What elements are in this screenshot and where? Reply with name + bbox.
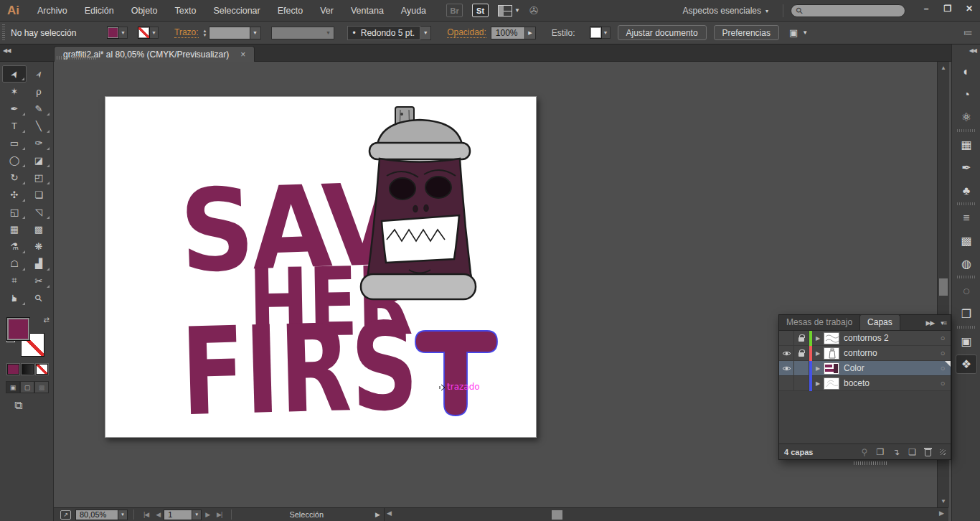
- restore-button[interactable]: ❐: [937, 0, 958, 17]
- stroke-color-control[interactable]: ▼: [138, 27, 159, 39]
- menu-edicion[interactable]: Edición: [76, 0, 123, 22]
- tool-pen[interactable]: ✒: [2, 100, 27, 117]
- expand-icon[interactable]: ▶: [812, 350, 824, 357]
- tool-blend[interactable]: ❋: [27, 238, 51, 255]
- style-swatch[interactable]: [590, 27, 602, 39]
- menu-ventana[interactable]: Ventana: [342, 0, 392, 22]
- tool-eraser[interactable]: ◪: [27, 151, 51, 169]
- menu-archivo[interactable]: Archivo: [29, 0, 76, 22]
- tool-paintbrush[interactable]: ✑: [27, 134, 51, 151]
- dock-grip[interactable]: [957, 326, 976, 329]
- symbols-panel-icon[interactable]: ♣: [956, 181, 977, 200]
- target-icon[interactable]: ○: [935, 364, 951, 372]
- layer-row-boceto[interactable]: ▶ boceto ○: [779, 376, 951, 391]
- menu-texto[interactable]: Texto: [166, 0, 205, 22]
- delete-layer-icon[interactable]: [925, 449, 931, 456]
- last-artboard-icon[interactable]: ▶|: [217, 511, 222, 518]
- tool-slice[interactable]: ✂: [27, 272, 51, 289]
- artboard[interactable]: SAVE HER FIRS: [105, 96, 537, 438]
- menu-efecto[interactable]: Efecto: [269, 0, 311, 22]
- collapse-panel-icon[interactable]: ▶▶: [925, 319, 934, 327]
- tool-column-graph[interactable]: ▟: [27, 255, 51, 272]
- layer-name[interactable]: contorno: [844, 348, 935, 358]
- close-tab-icon[interactable]: ×: [240, 50, 245, 60]
- tool-mesh[interactable]: ▦: [2, 220, 27, 238]
- lock-toggle[interactable]: [794, 376, 809, 391]
- minimize-button[interactable]: –: [915, 0, 937, 17]
- tool-type[interactable]: T: [2, 117, 27, 134]
- artboard-number-input[interactable]: 1: [164, 510, 192, 520]
- lock-toggle[interactable]: [794, 346, 809, 361]
- layer-name[interactable]: Color: [844, 363, 935, 373]
- appearance-panel-icon[interactable]: ◌: [956, 281, 977, 301]
- layer-name[interactable]: contornos 2: [844, 333, 935, 343]
- stroke-panel-icon[interactable]: ≡: [956, 208, 977, 227]
- variable-width-profile-select[interactable]: ▼: [271, 27, 334, 39]
- screen-mode-button[interactable]: ⧉: [14, 399, 22, 412]
- first-artboard-icon[interactable]: |◀: [143, 511, 149, 518]
- fill-swatch[interactable]: [107, 27, 119, 39]
- draw-normal-button[interactable]: ▣: [6, 381, 20, 393]
- expand-dock-icon[interactable]: ◀◀: [969, 47, 976, 54]
- expand-icon[interactable]: ▶: [812, 380, 824, 387]
- stroke-weight-input[interactable]: [209, 27, 250, 39]
- layer-name[interactable]: boceto: [844, 378, 935, 388]
- target-icon[interactable]: ○: [935, 379, 951, 388]
- preferences-button[interactable]: Preferencias: [714, 25, 779, 40]
- tool-width[interactable]: ✣: [2, 186, 27, 203]
- tool-shear[interactable]: ◹: [27, 203, 51, 220]
- menu-seleccionar[interactable]: Seleccionar: [204, 0, 268, 22]
- color-button[interactable]: [7, 364, 19, 375]
- control-panel-menu-icon[interactable]: ≔: [963, 27, 973, 38]
- stock-icon[interactable]: St: [472, 4, 489, 17]
- tool-lasso[interactable]: ρ: [27, 83, 51, 100]
- none-button[interactable]: [36, 364, 48, 375]
- graphic-styles-panel-icon[interactable]: ❐: [956, 304, 977, 324]
- artboards-panel-icon[interactable]: ▣: [956, 332, 977, 351]
- color-guide-panel-icon[interactable]: ◔: [956, 85, 977, 104]
- chevron-down-icon[interactable]: ▼: [192, 510, 202, 520]
- visibility-toggle[interactable]: [779, 361, 794, 376]
- chevron-down-icon[interactable]: ▼: [420, 26, 431, 40]
- fill-proxy[interactable]: [6, 317, 30, 341]
- layer-row-contorno[interactable]: ▶ contorno ○: [779, 346, 951, 361]
- tool-free-transform[interactable]: ❏: [27, 186, 51, 203]
- color-panel-icon[interactable]: ◐: [956, 62, 977, 81]
- chevron-down-icon[interactable]: ▼: [119, 27, 128, 39]
- chevron-down-icon[interactable]: ▼: [118, 510, 128, 520]
- layer-row-color[interactable]: ▶ Color ○: [779, 361, 951, 376]
- chevron-right-icon[interactable]: ▶: [525, 27, 536, 39]
- expand-icon[interactable]: ▶: [812, 365, 824, 372]
- panel-menu-icon[interactable]: ▾≡: [941, 319, 946, 327]
- next-artboard-icon[interactable]: ▶: [205, 511, 209, 518]
- vertical-scroll-thumb[interactable]: [939, 278, 948, 296]
- tool-gradient[interactable]: ▩: [27, 220, 51, 238]
- fill-color-control[interactable]: ▼: [107, 27, 128, 39]
- dock-grip[interactable]: [957, 276, 976, 278]
- scroll-right-icon[interactable]: ▶: [939, 510, 944, 517]
- color-themes-panel-icon[interactable]: ⚛: [956, 108, 977, 127]
- target-icon[interactable]: ○: [935, 349, 951, 357]
- layers-panel-icon[interactable]: ❖: [956, 355, 977, 374]
- tool-artboard[interactable]: ⌗: [2, 272, 27, 289]
- dock-grip[interactable]: [957, 129, 976, 132]
- menu-ver[interactable]: Ver: [311, 0, 342, 22]
- tool-magic-wand[interactable]: ✶: [2, 83, 27, 100]
- panel-edge-grip[interactable]: [854, 461, 887, 465]
- swatches-panel-icon[interactable]: ▦: [956, 135, 977, 154]
- target-icon[interactable]: ○: [935, 334, 951, 342]
- stroke-weight-link[interactable]: Trazo:: [174, 27, 199, 38]
- chevron-down-icon[interactable]: ▼: [602, 27, 611, 39]
- dock-grip[interactable]: [957, 202, 976, 205]
- scroll-up-icon[interactable]: ▲: [938, 62, 949, 73]
- dock-grip[interactable]: [57, 56, 97, 60]
- swap-fill-stroke-icon[interactable]: ⇄: [44, 316, 50, 324]
- tool-hand[interactable]: ☛: [2, 289, 27, 306]
- tab-layers[interactable]: Capas: [859, 314, 900, 330]
- tool-rotate[interactable]: ↻: [2, 169, 27, 186]
- menu-ayuda[interactable]: Ayuda: [392, 0, 435, 22]
- tool-eyedropper[interactable]: ⚗: [2, 238, 27, 255]
- layer-row-contornos-2[interactable]: ▶ contornos 2 ○: [779, 331, 951, 346]
- opacity-link[interactable]: Opacidad:: [447, 27, 486, 38]
- chevron-down-icon[interactable]: ▼: [150, 27, 159, 39]
